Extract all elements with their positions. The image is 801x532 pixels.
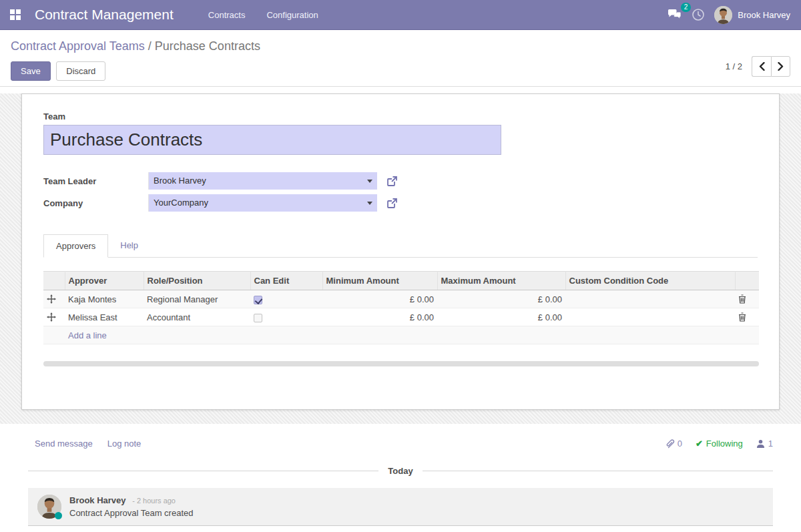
approver-cell[interactable]: Kaja Montes (65, 290, 144, 308)
top-menu: Contracts Configuration (200, 6, 326, 24)
custom-code-column-header: Custom Condition Code (565, 272, 735, 290)
message-body: Contract Approval Team created (69, 508, 193, 518)
add-a-line-link[interactable]: Add a line (68, 330, 107, 340)
control-panel: Contract Approval Teams / Purchase Contr… (0, 30, 801, 87)
role-cell[interactable]: Regional Manager (144, 290, 250, 308)
user-name: Brook Harvey (738, 10, 790, 20)
table-row: Melissa East Accountant £ 0.00 £ 0.00 (43, 308, 759, 326)
date-divider: Today (28, 466, 773, 476)
attachments-count: 0 (678, 439, 682, 449)
approver-cell[interactable]: Melissa East (65, 308, 144, 326)
delete-row-button[interactable] (735, 308, 759, 326)
external-link-icon (386, 198, 398, 209)
field-group: Team Leader Brook Harvey Company YourCom… (43, 172, 758, 212)
log-note-button[interactable]: Log note (107, 439, 142, 449)
message-timestamp: - 2 hours ago (132, 497, 176, 505)
table-header-row: Approver Role/Position Can Edit Minimum … (43, 272, 759, 290)
max-amount-column-header: Maximum Amount (437, 272, 565, 290)
user-avatar-image (714, 6, 732, 24)
trash-icon (738, 294, 746, 304)
user-menu[interactable]: Brook Harvey (714, 6, 790, 24)
followers-count: 1 (768, 439, 773, 449)
approver-column-header: Approver (65, 272, 144, 290)
chevron-down-icon (367, 180, 372, 183)
table-row: Kaja Montes Regional Manager £ 0.00 £ 0.… (43, 290, 759, 308)
move-icon (47, 294, 56, 304)
messages-button[interactable]: 2 (668, 9, 682, 21)
date-divider-label: Today (378, 466, 422, 476)
breadcrumb-current: Purchase Contracts (155, 39, 260, 53)
pager-value[interactable]: 1 / 2 (726, 61, 742, 71)
message-author: Brook Harvey (69, 495, 126, 505)
team-name-input[interactable] (43, 125, 501, 155)
delete-row-button[interactable] (735, 290, 759, 308)
min-amount-cell[interactable]: £ 0.00 (322, 308, 437, 326)
menu-configuration[interactable]: Configuration (258, 6, 326, 24)
can-edit-cell (250, 290, 322, 308)
breadcrumb-parent-link[interactable]: Contract Approval Teams (11, 39, 145, 53)
chatter: Send message Log note 0 ✔ Following 1 (0, 424, 801, 526)
person-icon (756, 439, 765, 448)
company-value: YourCompany (154, 198, 208, 208)
handle-column-header (43, 272, 65, 290)
custom-code-cell[interactable] (565, 308, 735, 326)
company-select[interactable]: YourCompany (149, 194, 377, 212)
save-button[interactable]: Save (11, 61, 51, 81)
chevron-down-icon (367, 202, 372, 205)
breadcrumb-separator: / (148, 39, 152, 53)
apps-menu-button[interactable] (0, 0, 31, 30)
form-sheet: Team Team Leader Brook Harvey Company Yo… (21, 93, 780, 410)
team-leader-open-button[interactable] (386, 176, 404, 187)
external-link-icon (386, 176, 398, 187)
top-navbar: Contract Management Contracts Configurat… (0, 0, 801, 30)
max-amount-cell[interactable]: £ 0.00 (437, 290, 565, 308)
form-view: Team Team Leader Brook Harvey Company Yo… (0, 93, 801, 424)
pager-next-button[interactable] (771, 56, 790, 77)
drag-handle[interactable] (43, 308, 65, 326)
custom-code-cell[interactable] (565, 290, 735, 308)
add-line-row: Add a line (43, 326, 759, 344)
chevron-right-icon (778, 62, 784, 71)
role-column-header: Role/Position (144, 272, 250, 290)
following-button[interactable]: ✔ Following (696, 439, 743, 449)
team-leader-select[interactable]: Brook Harvey (149, 172, 377, 190)
min-amount-column-header: Minimum Amount (322, 272, 437, 290)
can-edit-checkbox[interactable] (254, 314, 262, 322)
min-amount-cell[interactable]: £ 0.00 (322, 290, 437, 308)
chat-bubbles-icon (668, 9, 682, 21)
company-open-button[interactable] (386, 198, 404, 209)
send-message-button[interactable]: Send message (35, 439, 93, 449)
activities-button[interactable] (692, 8, 705, 21)
trash-icon (738, 312, 746, 322)
menu-contracts[interactable]: Contracts (200, 6, 254, 24)
team-leader-label: Team Leader (43, 172, 149, 190)
message-item: Brook Harvey - 2 hours ago Contract Appr… (28, 488, 773, 526)
approvers-table: Approver Role/Position Can Edit Minimum … (43, 271, 759, 344)
tab-help[interactable]: Help (108, 234, 150, 258)
app-title: Contract Management (35, 7, 174, 23)
discard-button[interactable]: Discard (56, 61, 105, 81)
team-leader-value: Brook Harvey (154, 176, 206, 186)
chevron-left-icon (759, 62, 765, 71)
breadcrumb: Contract Approval Teams / Purchase Contr… (11, 39, 260, 53)
online-status-dot (55, 512, 62, 519)
attachments-button[interactable]: 0 (665, 439, 682, 449)
check-icon: ✔ (696, 439, 703, 449)
move-icon (47, 312, 56, 322)
paperclip-icon (665, 439, 675, 449)
notebook-tabs: Approvers Help (43, 234, 758, 258)
messages-count-badge: 2 (681, 3, 692, 12)
can-edit-checkbox[interactable] (254, 296, 262, 304)
role-cell[interactable]: Accountant (144, 308, 250, 326)
tab-approvers[interactable]: Approvers (43, 234, 108, 258)
horizontal-scrollbar[interactable] (43, 361, 759, 366)
drag-handle[interactable] (43, 290, 65, 308)
pager-previous-button[interactable] (752, 56, 771, 77)
company-label: Company (43, 194, 149, 212)
delete-column-header (735, 272, 759, 290)
clock-icon (692, 8, 705, 21)
followers-button[interactable]: 1 (756, 439, 773, 449)
user-avatar (714, 6, 732, 24)
max-amount-cell[interactable]: £ 0.00 (437, 308, 565, 326)
team-field-label: Team (43, 111, 758, 121)
